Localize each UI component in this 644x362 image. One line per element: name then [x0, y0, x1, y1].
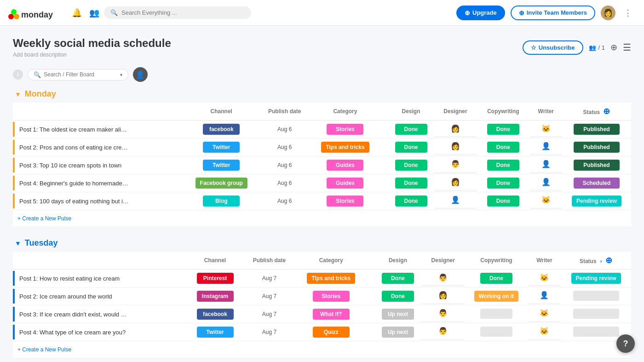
row-title[interactable]: Post 5: 100 days of eating nothing but i…: [15, 194, 134, 208]
category-cell[interactable]: Tips and tricks: [312, 138, 379, 156]
design-cell[interactable]: Done: [374, 287, 422, 305]
copywriting-cell[interactable]: Done: [477, 121, 529, 138]
category-cell[interactable]: Guides: [312, 174, 379, 192]
row-title[interactable]: Post 1: The oldest ice cream maker alive…: [15, 122, 134, 137]
search-input[interactable]: [121, 9, 245, 16]
filter-bar[interactable]: 🔍 ▾: [28, 69, 128, 80]
category-cell[interactable]: Quizz: [297, 323, 365, 341]
category-cell[interactable]: Stories: [297, 287, 365, 305]
design-cell[interactable]: Done: [388, 192, 434, 210]
date-cell[interactable]: Aug 6: [258, 192, 312, 210]
design-cell[interactable]: Done: [388, 174, 434, 192]
unsubscribe-button[interactable]: Unsubscribe: [523, 40, 583, 55]
date-cell[interactable]: Aug 6: [258, 138, 312, 156]
copywriting-cell[interactable]: Done: [477, 192, 529, 210]
designer-cell[interactable]: 👩: [434, 138, 477, 155]
board-description[interactable]: Add board description: [13, 52, 171, 58]
status-cell[interactable]: Published: [562, 121, 631, 138]
upgrade-button[interactable]: Upgrade: [456, 6, 505, 20]
status-cell[interactable]: [561, 287, 631, 305]
copywriting-cell[interactable]: Done: [477, 138, 529, 156]
user-avatar[interactable]: 👩: [601, 6, 615, 20]
status-cell[interactable]: Pending review: [561, 270, 631, 287]
date-cell[interactable]: Aug 6: [258, 174, 312, 192]
status-cell[interactable]: Published: [562, 138, 631, 156]
channel-cell[interactable]: Pinterest: [189, 270, 242, 287]
row-title[interactable]: Post 4: Beginner's guide to homemade ic.…: [15, 176, 134, 190]
person-filter-button[interactable]: 👤: [133, 67, 148, 82]
designer-cell[interactable]: 👨: [421, 323, 465, 339]
row-title[interactable]: Post 3: Top 10 ice cream spots in town: [15, 158, 126, 172]
row-title[interactable]: Post 4: What type of ice cream are you?: [15, 325, 130, 339]
category-cell[interactable]: What if?: [297, 305, 365, 323]
writer-cell[interactable]: 🐱: [530, 121, 562, 137]
writer-cell[interactable]: 👤: [530, 156, 562, 172]
designer-cell[interactable]: 👩: [421, 287, 465, 304]
writer-cell[interactable]: 🐱: [528, 270, 561, 286]
group-collapse-icon[interactable]: ▼: [15, 240, 21, 247]
channel-cell[interactable]: Twitter: [185, 156, 258, 174]
writer-cell[interactable]: 🐱: [530, 192, 562, 208]
status-cell[interactable]: Pending review: [562, 192, 631, 210]
date-cell[interactable]: Aug 7: [242, 305, 297, 323]
designer-cell[interactable]: 👤: [434, 192, 477, 208]
add-column-icon[interactable]: ⊕: [603, 107, 610, 116]
date-cell[interactable]: Aug 7: [242, 287, 297, 305]
writer-cell[interactable]: 👤: [528, 287, 561, 304]
designer-cell[interactable]: 👨: [421, 305, 465, 322]
design-cell[interactable]: Done: [388, 138, 434, 156]
copywriting-cell[interactable]: Done: [477, 174, 529, 192]
date-cell[interactable]: Aug 6: [258, 156, 312, 174]
writer-cell[interactable]: 🐱: [528, 305, 561, 322]
invite-button[interactable]: Invite Team Members: [511, 6, 595, 20]
category-cell[interactable]: Stories: [312, 121, 379, 138]
status-cell[interactable]: [561, 305, 631, 323]
channel-cell[interactable]: facebook: [189, 305, 242, 323]
people-button[interactable]: 👥: [86, 5, 102, 21]
help-button[interactable]: ?: [616, 334, 635, 353]
row-title[interactable]: Post 2: Ice cream around the world: [15, 289, 117, 304]
writer-cell[interactable]: 🐱: [528, 323, 561, 339]
group-collapse-icon[interactable]: ▼: [15, 91, 21, 98]
writer-cell[interactable]: 👤: [530, 174, 562, 190]
row-title[interactable]: Post 3: If ice cream didn't exist, would…: [15, 307, 134, 322]
designer-cell[interactable]: 👩: [434, 121, 477, 137]
date-cell[interactable]: Aug 6: [258, 121, 312, 138]
row-title[interactable]: Post 2: Pros and cons of eating ice crea…: [15, 140, 134, 155]
status-cell[interactable]: Scheduled: [562, 174, 631, 192]
filter-dropdown-icon[interactable]: ▾: [120, 72, 122, 77]
create-pulse-button[interactable]: + Create a New Pulse: [13, 343, 76, 356]
design-cell[interactable]: Done: [388, 156, 434, 174]
copywriting-cell[interactable]: Working on it: [465, 287, 528, 305]
date-cell[interactable]: Aug 7: [242, 270, 297, 287]
notifications-button[interactable]: 🔔: [69, 5, 85, 21]
members-button[interactable]: 👥 / 1: [589, 44, 605, 51]
channel-cell[interactable]: Facebook group: [185, 174, 258, 192]
design-cell[interactable]: Done: [388, 121, 434, 138]
date-cell[interactable]: Aug 7: [242, 323, 297, 341]
copywriting-cell[interactable]: [465, 305, 528, 323]
activity-button[interactable]: ⊕: [610, 42, 617, 52]
channel-cell[interactable]: Twitter: [189, 323, 242, 341]
status-cell[interactable]: Published: [562, 156, 631, 174]
design-cell[interactable]: Up next: [374, 323, 422, 341]
designer-cell[interactable]: 👨: [421, 270, 465, 286]
writer-cell[interactable]: 👤: [530, 138, 562, 155]
copywriting-cell[interactable]: Done: [465, 270, 528, 287]
design-cell[interactable]: Done: [374, 270, 422, 287]
account-menu[interactable]: ⋮: [621, 5, 635, 21]
create-pulse-button[interactable]: + Create a New Pulse: [13, 212, 76, 225]
menu-button[interactable]: ☰: [623, 42, 631, 53]
copywriting-cell[interactable]: Done: [477, 156, 529, 174]
row-title[interactable]: Post 1: How to resist eating ice cream: [15, 271, 124, 286]
category-cell[interactable]: Guides: [312, 156, 379, 174]
designer-cell[interactable]: 👩: [434, 174, 477, 190]
channel-cell[interactable]: Instagram: [189, 287, 242, 305]
category-cell[interactable]: Tips and tricks: [297, 270, 365, 287]
channel-cell[interactable]: facebook: [185, 121, 258, 138]
add-column-icon[interactable]: ⊕: [605, 256, 612, 265]
design-cell[interactable]: Up next: [374, 305, 422, 323]
filter-input[interactable]: [44, 71, 117, 78]
category-cell[interactable]: Stories: [312, 192, 379, 210]
logo[interactable]: monday: [7, 5, 58, 21]
